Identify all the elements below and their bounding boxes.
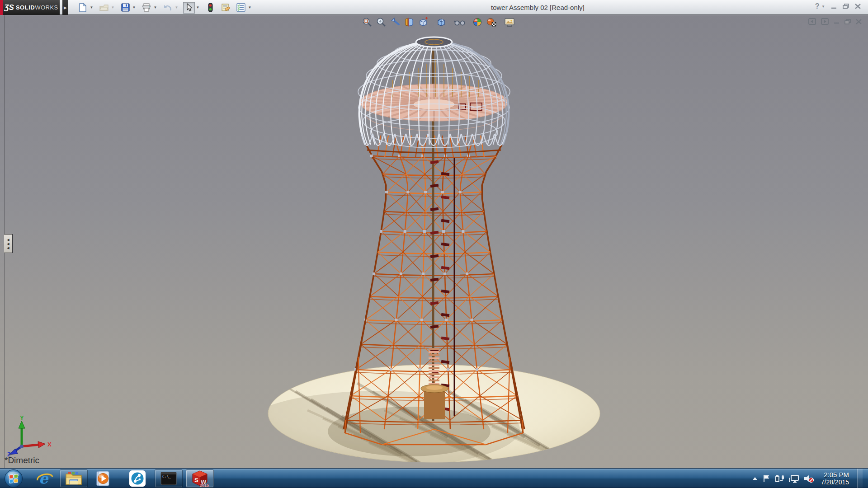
file-properties-button[interactable]	[220, 2, 231, 14]
apply-scene-button[interactable]	[486, 17, 497, 28]
zoom-to-fit-button[interactable]	[362, 17, 373, 28]
display-style-button[interactable]	[436, 17, 447, 28]
zoom-to-area-icon	[376, 17, 386, 27]
system-tray: 2:05 PM 7/28/2015	[752, 469, 863, 488]
cmd-prompt-text: C:\_	[162, 475, 171, 479]
share-app-icon	[129, 470, 146, 487]
main-toolbar: ▼ ▼ ▼ ▼ ▼ ▼ ▼	[77, 1, 253, 14]
taskbar-command-prompt[interactable]: C:\_	[155, 469, 183, 488]
volume-muted-icon[interactable]	[803, 474, 814, 483]
collapse-arrow-icon: ◀	[7, 246, 9, 249]
eyeglasses-icon	[454, 18, 465, 27]
options-icon	[236, 3, 245, 12]
expand-right-pane-button[interactable]	[821, 18, 829, 25]
undo-button[interactable]	[162, 2, 174, 14]
internet-explorer-icon: e	[36, 470, 53, 487]
previous-view-button[interactable]	[390, 17, 401, 28]
open-icon	[99, 4, 108, 12]
collapse-arrow-icon: ◀	[7, 238, 9, 241]
open-button[interactable]	[98, 2, 110, 14]
triad-x-label: X	[47, 441, 52, 448]
taskbar-windows-explorer[interactable]	[60, 469, 88, 488]
doc-restore-button[interactable]	[844, 19, 851, 24]
view-settings-icon	[504, 18, 515, 27]
view-orientation-label: *Dimetric	[5, 455, 39, 465]
solidworks-logo-mark: ƷS	[4, 3, 14, 12]
orientation-triad: Y X Z	[4, 415, 62, 456]
show-desktop-button[interactable]	[857, 469, 863, 488]
zoom-to-fit-icon	[362, 17, 372, 27]
solidworks-2015-icon: SW2015	[191, 470, 209, 487]
speaker-mute-icon	[803, 474, 814, 483]
solidworks-logo-text: SOLIDWORKS	[16, 4, 58, 11]
taskbar-clock[interactable]: 2:05 PM 7/28/2015	[821, 471, 849, 486]
apply-scene-icon	[486, 17, 497, 27]
feature-tree-flyout-tab[interactable]: ◀ ◀ ◀	[4, 234, 13, 253]
section-view-button[interactable]	[404, 17, 415, 28]
triad-y-label: Y	[20, 415, 24, 421]
start-button[interactable]	[3, 469, 24, 488]
collapse-arrow-icon: ◀	[7, 242, 9, 245]
previous-view-icon	[390, 17, 400, 27]
save-dropdown[interactable]: ▼	[131, 2, 137, 14]
options-dropdown[interactable]: ▼	[247, 2, 253, 14]
help-button[interactable]: ? ▼	[815, 2, 825, 10]
battery-plug-icon	[774, 474, 784, 483]
view-settings-button[interactable]	[504, 17, 515, 28]
window-controls: ? ▼	[815, 2, 861, 10]
new-document-button[interactable]	[77, 2, 89, 14]
print-icon	[142, 3, 151, 12]
doc-close-button[interactable]	[856, 19, 862, 24]
up-arrow-icon	[752, 476, 758, 481]
rebuild-button[interactable]	[204, 2, 216, 14]
collapse-left-pane-button[interactable]	[808, 18, 816, 25]
taskbar: e C:\_ SW2015 2:05 PM 7/28/2015	[0, 468, 868, 488]
sw-letters: S	[194, 477, 198, 483]
command-prompt-icon: C:\_	[160, 472, 177, 485]
taskbar-internet-explorer[interactable]: e	[31, 469, 59, 488]
print-dropdown[interactable]: ▼	[152, 2, 158, 14]
undo-dropdown[interactable]: ▼	[174, 2, 179, 14]
hide-show-items-button[interactable]	[454, 17, 465, 28]
flag-icon	[762, 474, 770, 483]
print-button[interactable]	[141, 2, 152, 14]
sw-year: 2015	[200, 483, 209, 487]
minimize-button[interactable]	[831, 4, 837, 9]
windows-start-icon	[4, 469, 23, 488]
edit-appearance-button[interactable]	[472, 17, 483, 28]
folder-icon	[65, 471, 82, 486]
menu-expand-arrow[interactable]: ▶	[62, 0, 68, 15]
title-bar: ƷS SOLIDWORKS ▶ ▼ ▼ ▼ ▼ ▼ ▼	[0, 0, 868, 15]
clock-date: 7/28/2015	[821, 479, 849, 486]
action-center-button[interactable]	[762, 474, 770, 483]
new-document-icon	[79, 3, 87, 12]
taskbar-solidworks[interactable]: SW2015	[186, 469, 214, 488]
restore-button[interactable]	[843, 4, 849, 9]
zoom-to-area-button[interactable]	[376, 17, 387, 28]
show-hidden-icons-button[interactable]	[752, 476, 758, 481]
options-button[interactable]	[235, 2, 247, 14]
save-button[interactable]	[119, 2, 131, 14]
new-document-dropdown[interactable]: ▼	[89, 2, 94, 14]
window-title: tower Assembly 02 [Read-only]	[491, 4, 585, 11]
select-tool-button[interactable]	[183, 2, 195, 14]
appearance-sphere-icon	[472, 17, 482, 27]
media-player-icon	[94, 470, 111, 487]
clock-time: 2:05 PM	[821, 471, 849, 479]
select-tool-dropdown[interactable]: ▼	[195, 2, 201, 14]
taskbar-media-player[interactable]	[89, 469, 117, 488]
close-button[interactable]	[855, 4, 861, 9]
svg-text:e: e	[39, 470, 49, 487]
doc-minimize-button[interactable]	[834, 19, 840, 24]
network-status-icon[interactable]	[788, 474, 799, 483]
save-icon	[121, 3, 130, 12]
power-status-icon[interactable]	[774, 474, 784, 483]
solidworks-logo: ƷS SOLIDWORKS	[0, 0, 60, 15]
display-style-icon	[436, 17, 446, 27]
file-properties-icon	[221, 3, 231, 12]
view-orientation-button[interactable]	[418, 17, 429, 28]
open-dropdown[interactable]: ▼	[110, 2, 116, 14]
graphics-viewport[interactable]	[0, 15, 868, 468]
section-view-icon	[404, 17, 414, 27]
taskbar-share-app[interactable]	[123, 469, 151, 488]
